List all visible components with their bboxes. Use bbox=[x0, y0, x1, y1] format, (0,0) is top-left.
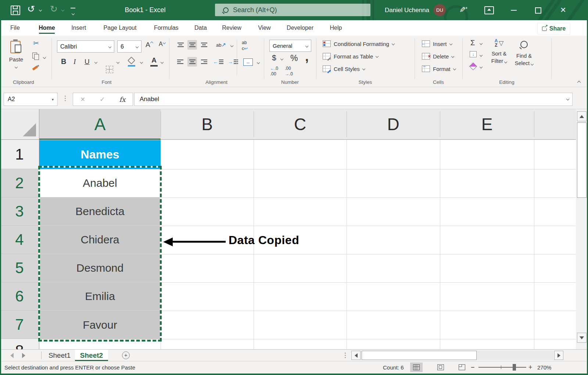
sheet-nav-right-icon[interactable] bbox=[22, 353, 25, 358]
fill-color-dropdown-icon[interactable] bbox=[140, 61, 143, 64]
zoom-slider-track[interactable] bbox=[478, 367, 526, 368]
name-box[interactable]: A2 ▾ bbox=[4, 93, 58, 106]
maximize-button[interactable] bbox=[535, 7, 541, 14]
autosum-dropdown-icon[interactable] bbox=[480, 42, 483, 45]
insert-function-icon[interactable]: fx bbox=[119, 96, 126, 103]
wrap-text-icon[interactable]: ab c↩ bbox=[242, 40, 248, 51]
insert-cells-button[interactable]: ← Insert bbox=[422, 39, 452, 48]
copy-dropdown-icon[interactable] bbox=[43, 56, 46, 59]
borders-icon[interactable] bbox=[106, 66, 113, 73]
font-color-dropdown-icon[interactable] bbox=[161, 61, 164, 64]
formula-input[interactable]: Anabel bbox=[134, 93, 573, 106]
page-break-view-button[interactable] bbox=[456, 362, 468, 372]
tab-data[interactable]: Data bbox=[194, 20, 207, 36]
select-all-corner[interactable] bbox=[0, 109, 39, 139]
underline-dropdown-icon[interactable] bbox=[94, 61, 97, 64]
tab-insert[interactable]: Insert bbox=[71, 20, 86, 36]
page-layout-view-button[interactable] bbox=[434, 362, 447, 372]
fill-dropdown-icon[interactable] bbox=[480, 54, 483, 57]
column-header-b[interactable]: B bbox=[161, 109, 254, 139]
column-header-c[interactable]: C bbox=[254, 109, 347, 139]
save-icon[interactable] bbox=[11, 6, 20, 15]
zoom-slider-thumb[interactable] bbox=[513, 364, 516, 371]
tab-help[interactable]: Help bbox=[330, 20, 342, 36]
column-header-e[interactable]: E bbox=[440, 109, 534, 139]
tab-home[interactable]: Home bbox=[39, 20, 55, 36]
currency-button[interactable]: $ bbox=[272, 53, 276, 62]
scroll-up-button[interactable] bbox=[577, 111, 587, 121]
font-family-select[interactable]: Calibri bbox=[57, 40, 114, 53]
decrease-font-size-button[interactable]: A bbox=[159, 41, 165, 47]
drag-handle-icon[interactable] bbox=[65, 94, 66, 102]
format-cells-button[interactable]: ⌐ Format bbox=[422, 64, 456, 73]
count-indicator[interactable]: Count: 6 bbox=[383, 361, 404, 374]
align-left-button[interactable] bbox=[176, 57, 185, 67]
collapse-ribbon-icon[interactable] bbox=[577, 81, 581, 85]
tab-file[interactable]: File bbox=[10, 20, 20, 36]
orientation-icon[interactable]: ab↗ bbox=[216, 42, 226, 48]
font-color-icon[interactable]: A bbox=[150, 56, 158, 64]
normal-view-button[interactable] bbox=[410, 362, 423, 372]
underline-button[interactable]: U bbox=[85, 58, 90, 66]
format-as-table-button[interactable]: Format as Table bbox=[323, 52, 378, 61]
merge-dropdown-icon[interactable] bbox=[257, 61, 260, 64]
cancel-icon[interactable] bbox=[80, 96, 85, 103]
tab-developer[interactable]: Developer bbox=[287, 20, 313, 36]
zoom-out-button[interactable] bbox=[471, 361, 475, 373]
paste-dropdown-icon[interactable] bbox=[15, 65, 18, 68]
ribbon-display-options-icon[interactable] bbox=[484, 6, 494, 14]
editor-pen-icon[interactable] bbox=[459, 6, 469, 14]
search-input[interactable]: Search (Alt+Q) bbox=[215, 4, 370, 16]
cut-icon[interactable] bbox=[33, 39, 39, 47]
paste-button[interactable]: Paste bbox=[5, 39, 27, 75]
column-header-a[interactable]: A bbox=[39, 109, 161, 139]
clear-icon[interactable] bbox=[469, 63, 477, 70]
top-align-button[interactable] bbox=[176, 40, 185, 50]
comma-style-button[interactable]: , bbox=[305, 49, 309, 64]
drag-handle-icon[interactable] bbox=[345, 351, 346, 359]
scroll-right-button[interactable] bbox=[554, 351, 563, 360]
row-header-7[interactable]: 7 bbox=[0, 311, 39, 339]
merge-center-icon[interactable]: ↔ bbox=[243, 58, 253, 66]
conditional-formatting-button[interactable]: Conditional Formatting bbox=[323, 39, 394, 48]
tab-formulas[interactable]: Formulas bbox=[154, 20, 179, 36]
currency-dropdown-icon[interactable] bbox=[280, 57, 283, 60]
increase-font-size-button[interactable]: A bbox=[146, 41, 153, 49]
sort-filter-button[interactable]: AZ ▽ Sort & Filter bbox=[487, 39, 511, 65]
row-header-3[interactable]: 3 bbox=[0, 197, 39, 226]
center-button[interactable] bbox=[187, 57, 197, 67]
enter-icon[interactable] bbox=[100, 96, 105, 103]
decrease-indent-icon[interactable]: ← bbox=[213, 58, 224, 65]
format-painter-icon[interactable] bbox=[32, 67, 38, 69]
borders-dropdown-icon[interactable] bbox=[116, 61, 119, 64]
align-right-button[interactable] bbox=[199, 57, 209, 67]
row-header-2[interactable]: 2 bbox=[0, 169, 39, 197]
vertical-scrollbar-thumb[interactable] bbox=[577, 122, 587, 198]
cell-A1[interactable]: Names bbox=[39, 140, 161, 169]
italic-button[interactable]: I bbox=[74, 58, 76, 66]
row-header-6[interactable]: 6 bbox=[0, 282, 39, 311]
row-header-4[interactable]: 4 bbox=[0, 226, 39, 254]
minimize-button[interactable] bbox=[511, 10, 517, 11]
copy-icon[interactable] bbox=[32, 53, 40, 60]
cell-styles-button[interactable]: Cell Styles bbox=[323, 64, 365, 73]
scroll-left-button[interactable] bbox=[351, 351, 361, 360]
zoom-in-button[interactable] bbox=[528, 361, 533, 373]
clear-dropdown-icon[interactable] bbox=[480, 65, 483, 68]
row-header-8[interactable]: 8 bbox=[0, 339, 39, 349]
user-name[interactable]: Daniel Uchenna bbox=[371, 0, 429, 20]
fill-icon[interactable]: ↓ bbox=[470, 51, 477, 57]
customize-quick-access-icon[interactable] bbox=[71, 8, 75, 16]
delete-cells-button[interactable]: ✕ Delete bbox=[422, 52, 454, 61]
fill-color-icon[interactable] bbox=[129, 58, 134, 63]
scroll-down-button[interactable] bbox=[577, 333, 587, 343]
increase-decimal-icon[interactable]: ←.0 .00 bbox=[270, 66, 278, 77]
bold-button[interactable]: B bbox=[61, 57, 66, 66]
autosum-icon[interactable]: Σ bbox=[470, 39, 475, 47]
row-header-1[interactable]: 1 bbox=[0, 140, 39, 169]
sheet-tab-sheet1[interactable]: Sheet1 bbox=[44, 350, 75, 361]
zoom-level[interactable]: 270% bbox=[537, 361, 551, 374]
tab-review[interactable]: Review bbox=[222, 20, 241, 36]
sheet-nav-left-icon[interactable] bbox=[10, 353, 14, 358]
tab-page-layout[interactable]: Page Layout bbox=[104, 20, 137, 36]
